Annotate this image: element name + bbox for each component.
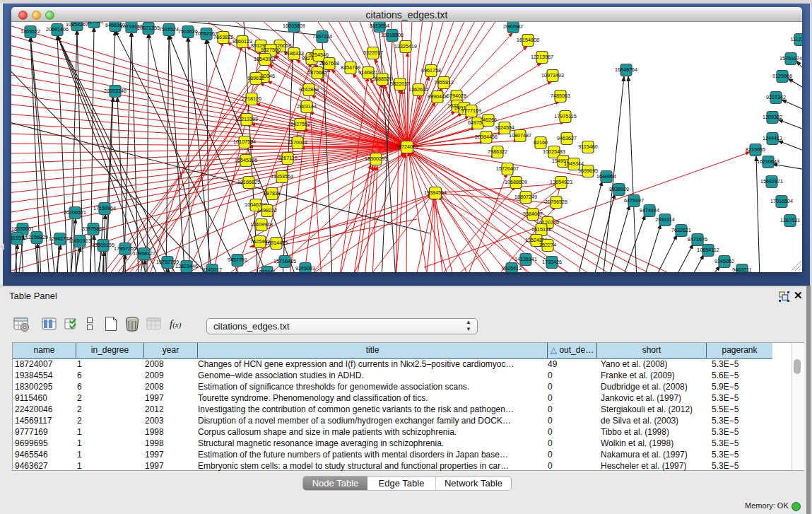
svg-text:1498222: 1498222 — [257, 207, 277, 214]
svg-text:7485063: 7485063 — [551, 93, 570, 99]
svg-text:2933114: 2933114 — [655, 216, 674, 223]
svg-text:10973493: 10973493 — [541, 72, 564, 78]
svg-text:746266: 746266 — [480, 117, 497, 123]
svg-text:16543912: 16543912 — [254, 56, 276, 62]
svg-text:10671355: 10671355 — [137, 25, 160, 31]
svg-text:5822037: 5822037 — [390, 81, 410, 87]
svg-text:7955812: 7955812 — [434, 79, 454, 86]
svg-text:33975887: 33975887 — [82, 226, 105, 232]
svg-text:5322037: 5322037 — [363, 49, 383, 56]
svg-text:1244413: 1244413 — [763, 135, 782, 141]
svg-text:1733426: 1733426 — [542, 259, 562, 265]
svg-text:15720407: 15720407 — [496, 165, 519, 172]
svg-text:12823446: 12823446 — [175, 263, 198, 269]
svg-text:7663822: 7663822 — [213, 34, 233, 40]
svg-text:3915512: 3915512 — [11, 235, 27, 241]
svg-text:8427552: 8427552 — [290, 121, 310, 127]
svg-text:8471676: 8471676 — [688, 236, 707, 243]
svg-text:20053346: 20053346 — [104, 88, 126, 94]
svg-text:1209382: 1209382 — [763, 114, 782, 120]
svg-text:16648764: 16648764 — [615, 66, 637, 73]
svg-text:10958127: 10958127 — [133, 250, 155, 257]
svg-text:9227342: 9227342 — [766, 94, 786, 100]
svg-text:8990448: 8990448 — [428, 93, 447, 100]
svg-text:12409948: 12409948 — [250, 221, 273, 228]
svg-text:9242848: 9242848 — [299, 86, 319, 93]
svg-text:18300295: 18300295 — [365, 156, 387, 162]
svg-text:2867608: 2867608 — [319, 60, 339, 66]
svg-text:3624554: 3624554 — [495, 124, 514, 131]
svg-text:18335001: 18335001 — [11, 226, 34, 232]
svg-text:12156829: 12156829 — [25, 234, 48, 240]
svg-text:2718126: 2718126 — [242, 95, 261, 102]
svg-text:16545165: 16545165 — [235, 157, 257, 163]
svg-text:2170044: 2170044 — [288, 139, 307, 146]
svg-text:1588520: 1588520 — [372, 76, 392, 82]
svg-text:20756928: 20756928 — [545, 199, 567, 205]
svg-text:252274: 252274 — [539, 242, 556, 248]
svg-text:8660123: 8660123 — [233, 38, 252, 45]
svg-text:8938928: 8938928 — [609, 186, 629, 192]
svg-text:8215955: 8215955 — [746, 146, 765, 153]
svg-text:1405572: 1405572 — [20, 28, 40, 35]
svg-text:13325419: 13325419 — [394, 43, 417, 49]
svg-text:16154808: 16154808 — [517, 37, 539, 43]
svg-text:1615132: 1615132 — [531, 226, 551, 233]
svg-text:9463211: 9463211 — [732, 267, 751, 272]
svg-text:6794028: 6794028 — [447, 93, 466, 99]
svg-text:6479197: 6479197 — [624, 197, 644, 204]
svg-text:17016504: 17016504 — [770, 198, 793, 204]
svg-text:7986322: 7986322 — [488, 148, 507, 155]
svg-text:20206521: 20206521 — [64, 209, 86, 216]
svg-text:7357224: 7357224 — [312, 33, 332, 40]
svg-text:9245093: 9245093 — [295, 265, 315, 271]
svg-text:6961758: 6961758 — [421, 67, 441, 74]
svg-text:887831: 887831 — [264, 190, 281, 197]
svg-text:12213967: 12213967 — [531, 54, 553, 60]
svg-text:1112384: 1112384 — [791, 36, 802, 42]
svg-text:19384554: 19384554 — [424, 189, 447, 196]
svg-text:9699695: 9699695 — [578, 168, 598, 174]
svg-text:9245052: 9245052 — [714, 258, 734, 264]
svg-text:7632621: 7632621 — [671, 227, 691, 233]
svg-text:9474444: 9474444 — [640, 207, 659, 214]
svg-text:19166825: 19166825 — [237, 179, 260, 185]
svg-text:12213389: 12213389 — [235, 116, 258, 122]
svg-text:16210643: 16210643 — [757, 158, 779, 165]
svg-text:8813054: 8813054 — [370, 23, 389, 29]
svg-text:10654112: 10654112 — [697, 247, 719, 253]
svg-text:989612: 989612 — [247, 75, 264, 81]
svg-text:9384067: 9384067 — [523, 211, 543, 217]
svg-text:62160: 62160 — [534, 139, 548, 146]
svg-text:9245012: 9245012 — [202, 267, 222, 272]
svg-text:15692971: 15692971 — [760, 178, 783, 185]
svg-text:832441: 832441 — [259, 269, 276, 272]
svg-text:13505155: 13505155 — [92, 242, 114, 248]
svg-text:10025483: 10025483 — [543, 148, 565, 155]
svg-text:9327500: 9327500 — [261, 47, 281, 53]
svg-text:17159964: 17159964 — [93, 205, 116, 211]
svg-text:17975115: 17975115 — [554, 113, 576, 119]
svg-text:7515524: 7515524 — [159, 26, 179, 33]
svg-text:10688609: 10688609 — [505, 179, 527, 185]
svg-text:19218506: 19218506 — [381, 32, 404, 38]
svg-text:f(x): f(x) — [170, 318, 182, 329]
svg-text:9463627: 9463627 — [557, 135, 577, 141]
svg-text:2087682: 2087682 — [503, 23, 523, 30]
svg-text:10107554: 10107554 — [233, 139, 256, 145]
svg-text:18724007: 18724007 — [396, 144, 418, 150]
svg-text:9457791: 9457791 — [228, 257, 247, 263]
svg-text:5875685: 5875685 — [307, 69, 327, 76]
svg-text:16914479: 16914479 — [265, 240, 288, 246]
svg-text:1527602: 1527602 — [84, 22, 104, 25]
svg-text:18807249: 18807249 — [514, 194, 537, 200]
svg-text:10807487: 10807487 — [509, 132, 531, 139]
svg-text:13353564: 13353564 — [271, 173, 293, 180]
svg-text:1640954: 1640954 — [596, 173, 616, 180]
svg-text:11451913: 11451913 — [69, 238, 90, 244]
svg-text:20364456: 20364456 — [475, 134, 498, 140]
svg-text:12942737: 12942737 — [49, 235, 71, 242]
svg-text:9925413: 9925413 — [502, 265, 522, 271]
svg-text:1267531: 1267531 — [780, 217, 800, 223]
svg-text:13654923: 13654923 — [550, 179, 572, 185]
